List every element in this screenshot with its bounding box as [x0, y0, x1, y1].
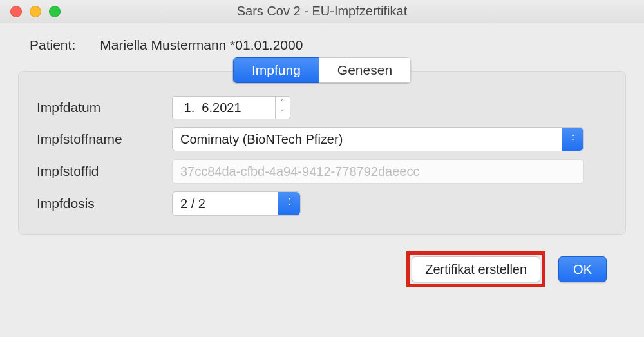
- impfstoffname-value: Comirnaty (BioNTech Pfizer): [180, 132, 343, 147]
- create-certificate-button[interactable]: Zertifikat erstellen: [412, 256, 540, 282]
- impfstoffname-label: Impfstoffname: [37, 131, 172, 147]
- window-title: Sars Cov 2 - EU-Impfzertifikat: [0, 4, 644, 19]
- chevron-up-icon[interactable]: ˄: [276, 97, 290, 108]
- impfstoffid-label: Impfstoffid: [37, 164, 172, 179]
- impfdosis-select[interactable]: 2 / 2 ˄˅: [172, 191, 301, 216]
- vaccination-form-group: Impfung Genesen Impfdatum ˄ ˅ Impfstoffn…: [18, 71, 626, 235]
- impfdosis-value: 2 / 2: [180, 197, 205, 211]
- window-titlebar: Sars Cov 2 - EU-Impfzertifikat: [0, 0, 644, 23]
- tab-genesen[interactable]: Genesen: [319, 57, 411, 83]
- ok-button[interactable]: OK: [558, 256, 607, 282]
- impfdatum-input[interactable]: [172, 96, 275, 119]
- updown-chevron-icon: ˄˅: [278, 192, 300, 215]
- patient-label: Patient:: [30, 37, 75, 53]
- highlight-box: Zertifikat erstellen: [406, 251, 545, 287]
- impfdosis-label: Impfdosis: [37, 196, 172, 211]
- impfdatum-stepper[interactable]: ˄ ˅: [275, 96, 290, 119]
- patient-value: Mariella Mustermann *01.01.2000: [100, 37, 303, 53]
- tab-impfung[interactable]: Impfung: [233, 57, 319, 83]
- impfdatum-label: Impfdatum: [37, 100, 172, 115]
- impfstoffname-select[interactable]: Comirnaty (BioNTech Pfizer) ˄˅: [172, 127, 584, 151]
- tab-segmented-control: Impfung Genesen: [233, 57, 411, 83]
- updown-chevron-icon: ˄˅: [562, 128, 583, 151]
- impfstoffid-field: 37cc84da-cfbd-4a94-9412-778792daeecc: [172, 159, 584, 184]
- chevron-down-icon[interactable]: ˅: [276, 108, 290, 119]
- impfstoffid-value: 37cc84da-cfbd-4a94-9412-778792daeecc: [180, 164, 419, 179]
